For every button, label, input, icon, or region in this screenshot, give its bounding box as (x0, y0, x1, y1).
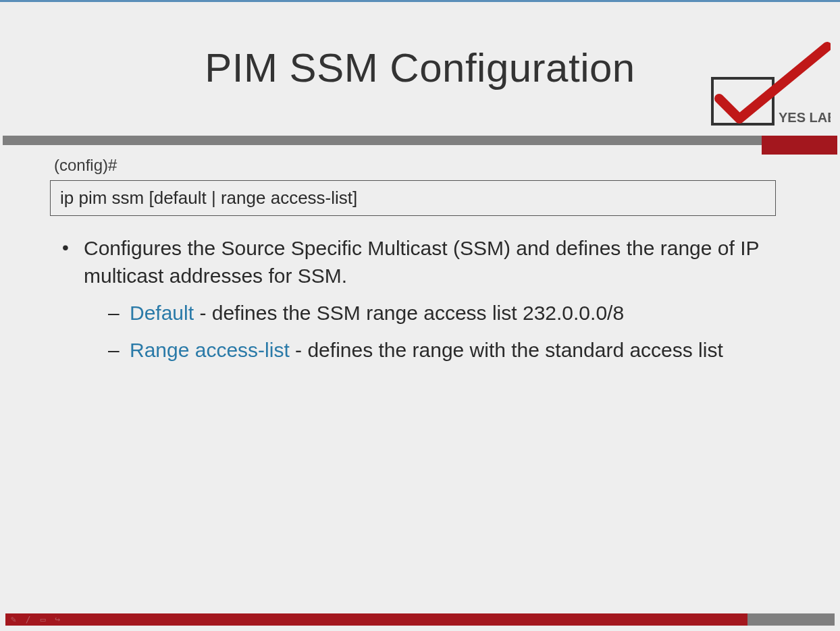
sub-text-default: - defines the SSM range access list 232.… (194, 302, 624, 324)
config-prompt: (config)# (54, 156, 777, 175)
pen-icon[interactable]: ✎ (11, 614, 16, 624)
keyword-range: Range access-list (130, 339, 290, 361)
player-controls: ✎ / ▭ ↪ (11, 614, 60, 624)
title-area: PIM SSM Configuration YES LAB (3, 4, 837, 136)
sub-item-range: Range access-list - defines the range wi… (117, 335, 777, 365)
keyword-default: Default (130, 302, 194, 324)
bullet-text: Configures the Source Specific Multicast… (84, 237, 759, 287)
slide-container: PIM SSM Configuration YES LAB (config)# … (3, 4, 837, 628)
sub-item-default: Default - defines the SSM range access l… (117, 298, 777, 328)
logo-yes-lab: YES LAB (692, 41, 831, 136)
sub-list: Default - defines the SSM range access l… (84, 298, 777, 365)
divider-bar-gray (3, 136, 837, 145)
bullet-list: Configures the Source Specific Multicast… (50, 235, 777, 365)
sub-text-range: - defines the range with the standard ac… (290, 339, 723, 361)
divider-bar-red (762, 136, 837, 155)
next-icon[interactable]: ↪ (55, 614, 60, 624)
command-box: ip pim ssm [default | range access-list] (50, 180, 776, 216)
footer-bar-red (5, 613, 753, 626)
bullet-item: Configures the Source Specific Multicast… (70, 235, 777, 365)
svg-text:YES LAB: YES LAB (779, 110, 831, 125)
footer-bar-gray (747, 613, 835, 626)
content-area: (config)# ip pim ssm [default | range ac… (50, 156, 777, 372)
menu-icon[interactable]: ▭ (41, 614, 46, 624)
eraser-icon[interactable]: / (26, 614, 31, 624)
